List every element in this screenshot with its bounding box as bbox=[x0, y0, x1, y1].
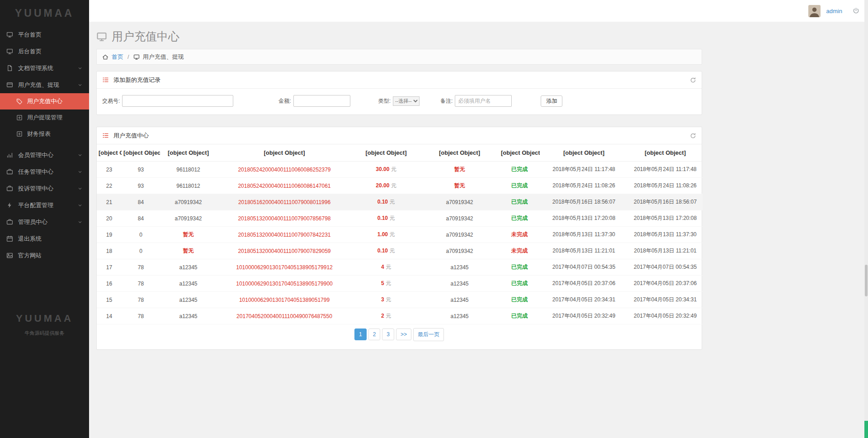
sidebar-item-logout[interactable]: 退出系统 bbox=[0, 230, 89, 247]
scrollbar-thumb[interactable] bbox=[865, 265, 868, 296]
amount-unit: 元 bbox=[386, 280, 391, 286]
table-row: 19 0 暂无 2018051320004001110079007842231 … bbox=[97, 227, 703, 243]
cell-user-id: 78 bbox=[122, 259, 160, 276]
cell-transaction-number: 2018051320004001110079007829059 bbox=[217, 243, 352, 259]
sidebar-item-label: 平台配置管理 bbox=[18, 201, 53, 209]
sidebar-item-withdraw-management[interactable]: 用户提现管理 bbox=[0, 110, 89, 126]
chevron-down-icon bbox=[77, 203, 83, 208]
cell-complete-time: 2018年05月13日 17:20:08 bbox=[628, 210, 703, 227]
column-header: [object Object] bbox=[217, 144, 352, 162]
refresh-icon[interactable] bbox=[690, 133, 696, 139]
pagination-button[interactable]: 最后一页 bbox=[413, 328, 444, 341]
sidebar-item-admin-center[interactable]: 管理员中心 bbox=[0, 214, 89, 230]
amount-unit: 元 bbox=[391, 166, 396, 172]
cell-login-account: a12345 bbox=[160, 276, 217, 292]
table-row: 15 78 a12345 101000062901301704051389051… bbox=[97, 292, 703, 308]
sidebar-item-task-center[interactable]: 任务管理中心 bbox=[0, 163, 89, 180]
sidebar-item-label: 管理员中心 bbox=[18, 218, 47, 226]
pagination-button[interactable]: 1 bbox=[354, 328, 367, 340]
cell-login-account: 96118012 bbox=[160, 178, 217, 194]
pagination-button[interactable]: 2 bbox=[368, 328, 381, 340]
recharge-center-panel: 用户充值中心 [object Object][object Object][ob… bbox=[96, 127, 702, 350]
sidebar-item-member-center[interactable]: 会员管理中心 bbox=[0, 147, 89, 163]
grid-plus-icon bbox=[16, 131, 23, 137]
cell-amount: 0.10 元 bbox=[352, 243, 420, 259]
type-select[interactable]: --选择-- bbox=[393, 96, 420, 106]
cell-pay-time: 2018年05月16日 18:56:07 bbox=[540, 194, 628, 210]
cell-pay-time: 2017年04月05日 20:37:06 bbox=[540, 276, 628, 292]
pagination-button[interactable]: 3 bbox=[382, 328, 394, 340]
power-icon[interactable] bbox=[852, 7, 860, 15]
avatar[interactable] bbox=[808, 5, 821, 17]
table-body: 23 93 96118012 2018052420004001110060086… bbox=[97, 162, 703, 324]
amount-unit: 元 bbox=[389, 231, 395, 238]
cell-user-id: 78 bbox=[122, 276, 160, 292]
sidebar-item-label: 任务管理中心 bbox=[18, 168, 53, 176]
cell-pay-status: 已完成 bbox=[499, 276, 540, 292]
sidebar-item-recharge-withdraw[interactable]: 用户充值、提现 bbox=[0, 76, 89, 93]
scrollbar[interactable] bbox=[864, 0, 868, 438]
cell-user-id: 0 bbox=[122, 243, 160, 259]
cell-user-id: 0 bbox=[122, 227, 160, 243]
cell-id: 20 bbox=[97, 210, 122, 227]
table-row: 22 93 96118012 2018052420004001110060086… bbox=[97, 178, 703, 194]
cell-login-account: 暂无 bbox=[160, 243, 217, 259]
chevron-down-icon bbox=[77, 219, 83, 225]
cell-login-account: a12345 bbox=[160, 308, 217, 324]
breadcrumb-home-link[interactable]: 首页 bbox=[112, 53, 123, 61]
amount-value: 30.00 bbox=[376, 166, 389, 172]
monitor-icon bbox=[133, 54, 140, 60]
cell-complete-time: 2017年04月07日 00:54:35 bbox=[628, 259, 703, 276]
cell-amount: 20.00 元 bbox=[352, 178, 420, 194]
cell-complete-time: 2017年04月05日 20:37:06 bbox=[628, 276, 703, 292]
panel-title: 添加新的充值记录 bbox=[113, 76, 160, 84]
sidebar-item-official-site[interactable]: 官方网站 bbox=[0, 247, 89, 264]
sidebar-item-label: 退出系统 bbox=[18, 235, 42, 243]
image-icon bbox=[6, 252, 13, 259]
transaction-number-input[interactable] bbox=[122, 95, 233, 107]
briefcase-icon bbox=[6, 185, 13, 192]
sidebar-item-platform-config[interactable]: 平台配置管理 bbox=[0, 197, 89, 214]
page-title: 用户充值中心 bbox=[112, 29, 179, 44]
cell-transaction-number: 2018051320004001110079007842231 bbox=[217, 227, 352, 243]
sidebar-item-finance-report[interactable]: 财务报表 bbox=[0, 126, 89, 142]
sidebar-item-complaint-center[interactable]: 投诉管理中心 bbox=[0, 180, 89, 197]
monitor-icon bbox=[96, 31, 107, 42]
refresh-icon[interactable] bbox=[690, 77, 696, 83]
sidebar-item-platform-home[interactable]: 平台首页 bbox=[0, 26, 89, 43]
cell-note: 暂无 bbox=[420, 162, 499, 178]
transaction-number-label: 交易号: bbox=[102, 97, 120, 105]
sidebar-item-backend-home[interactable]: 后台首页 bbox=[0, 43, 89, 60]
sidebar-item-label: 用户充值中心 bbox=[27, 97, 62, 105]
breadcrumb: 首页 / 用户充值、提现 bbox=[96, 49, 702, 65]
note-label: 备注: bbox=[440, 97, 453, 105]
amount-value: 1.00 bbox=[377, 231, 388, 238]
cell-id: 15 bbox=[97, 292, 122, 308]
pagination-button[interactable]: >> bbox=[396, 328, 411, 340]
sidebar-item-document-system[interactable]: 文档管理系统 bbox=[0, 60, 89, 76]
note-input[interactable] bbox=[455, 95, 512, 107]
sidebar-item-recharge-center[interactable]: 用户充值中心 bbox=[0, 93, 89, 110]
document-icon bbox=[6, 65, 13, 71]
cell-transaction-number: 2018051620004001110079008011996 bbox=[217, 194, 352, 210]
topbar: admin bbox=[89, 0, 868, 22]
cell-amount: 5 元 bbox=[352, 276, 420, 292]
sidebar-item-label: 财务报表 bbox=[27, 130, 51, 138]
grid-plus-icon bbox=[16, 114, 23, 121]
credit-card-icon bbox=[6, 81, 13, 88]
amount-input[interactable] bbox=[293, 95, 350, 107]
type-label: 类型: bbox=[378, 97, 391, 105]
username-link[interactable]: admin bbox=[826, 8, 842, 14]
table-row: 14 78 a12345 201704052000400111004900764… bbox=[97, 308, 703, 324]
cell-complete-time: 2018年05月16日 18:56:07 bbox=[628, 194, 703, 210]
cell-login-account: 96118012 bbox=[160, 162, 217, 178]
table-header-row: [object Object][object Object][object Ob… bbox=[97, 144, 703, 162]
cell-pay-status: 未完成 bbox=[499, 243, 540, 259]
cell-amount: 30.00 元 bbox=[352, 162, 420, 178]
sidebar-item-label: 官方网站 bbox=[18, 252, 42, 260]
cell-complete-time: 2018年05月13日 11:21:01 bbox=[628, 243, 703, 259]
panel-title: 用户充值中心 bbox=[113, 132, 149, 140]
cell-complete-time: 2018年05月13日 11:37:30 bbox=[628, 227, 703, 243]
cell-pay-time: 2017年04月05日 20:32:49 bbox=[540, 308, 628, 324]
add-button[interactable]: 添加 bbox=[541, 95, 562, 107]
